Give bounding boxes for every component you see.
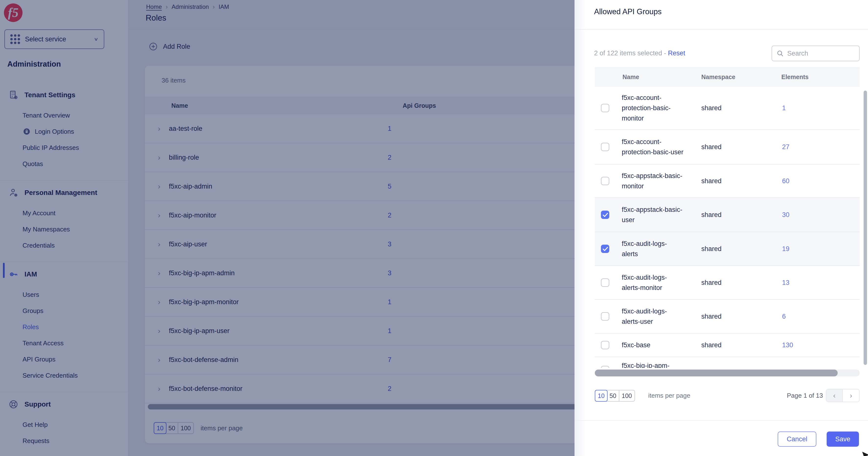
elements-count-link[interactable]: 13 (782, 279, 789, 286)
checkbox[interactable] (601, 245, 609, 253)
api-group-name: f5xc-audit-logs- alerts-monitor (622, 272, 698, 293)
allowed-api-groups-panel: Allowed API Groups 2 of 122 items select… (575, 0, 868, 456)
modal-dim-overlay[interactable] (0, 0, 575, 456)
horizontal-scrollbar-track[interactable] (595, 369, 860, 376)
checkbox[interactable] (601, 211, 609, 219)
elements-count-link[interactable]: 30 (782, 211, 789, 219)
items-per-page-group: 10 50 100 (595, 390, 635, 402)
api-group-row[interactable]: f5xc-appstack-basic- monitor shared 60 (595, 164, 860, 198)
previous-page-button[interactable]: ‹ (827, 389, 843, 402)
items-per-page-label: items per page (648, 392, 690, 399)
namespace: shared (701, 341, 722, 349)
elements-count-link[interactable]: 19 (782, 245, 789, 253)
api-group-row[interactable]: f5xc-audit-logs- alerts-monitor shared 1… (595, 266, 860, 300)
elements-count-link[interactable]: 60 (782, 177, 789, 185)
namespace: shared (701, 245, 722, 253)
api-group-row[interactable]: f5xc-appstack-basic- user shared 30 (595, 198, 860, 232)
checkbox[interactable] (601, 104, 609, 112)
panel-table-header: Name Namespace Elements (595, 67, 860, 87)
checkbox[interactable] (601, 341, 609, 349)
elements-count-link[interactable]: 130 (782, 341, 793, 349)
selection-summary: 2 of 122 items selected - Reset (594, 50, 685, 57)
namespace: shared (701, 143, 722, 151)
chevron-right-icon: › (850, 391, 852, 400)
api-group-name: f5xc-appstack-basic- monitor (622, 171, 698, 191)
panel-pagination: 10 50 100 items per page Page 1 of 13 ‹ … (595, 390, 860, 401)
reset-link[interactable]: Reset (668, 50, 685, 57)
elements-count-link[interactable]: 6 (782, 313, 786, 320)
page-indicator: Page 1 of 13 (787, 392, 823, 399)
namespace: shared (701, 279, 722, 286)
divider (575, 29, 868, 30)
panel-edge-shadow (575, 0, 586, 456)
items-per-page-100[interactable]: 100 (619, 390, 634, 401)
horizontal-scrollbar-thumb[interactable] (595, 369, 838, 376)
api-group-name: f5xc-big-ip-apm- admin (622, 361, 698, 368)
checkbox[interactable] (601, 366, 609, 368)
api-group-row[interactable]: f5xc-account- protection-basic- monitor … (595, 87, 860, 130)
vertical-scrollbar[interactable] (864, 91, 867, 365)
api-group-row[interactable]: f5xc-account- protection-basic-user shar… (595, 130, 860, 164)
panel-table-body: f5xc-account- protection-basic- monitor … (595, 87, 860, 368)
panel-title: Allowed API Groups (594, 7, 662, 16)
items-per-page-50[interactable]: 50 (607, 390, 619, 401)
api-group-name: f5xc-audit-logs- alerts (622, 239, 698, 259)
api-group-name: f5xc-account- protection-basic- monitor (622, 93, 698, 123)
search-input-wrapper (772, 45, 860, 61)
api-group-name: f5xc-appstack-basic- user (622, 205, 698, 225)
selection-summary-text: 2 of 122 items selected - (594, 50, 666, 57)
api-group-row[interactable]: f5xc-audit-logs- alerts-user shared 6 (595, 300, 860, 334)
divider (575, 420, 868, 421)
checkbox[interactable] (601, 143, 609, 151)
next-page-button[interactable]: › (843, 389, 859, 402)
column-header-namespace: Namespace (701, 73, 735, 81)
column-header-elements: Elements (781, 73, 808, 81)
api-group-name: f5xc-account- protection-basic-user (622, 136, 698, 157)
chevron-left-icon: ‹ (833, 391, 836, 400)
checkbox[interactable] (601, 278, 609, 287)
search-icon (776, 50, 784, 57)
checkbox[interactable] (601, 177, 609, 185)
items-per-page-10[interactable]: 10 (595, 390, 608, 402)
namespace: shared (701, 367, 722, 368)
namespace: shared (701, 313, 722, 320)
elements-count-link[interactable]: 27 (782, 143, 789, 151)
api-group-name: f5xc-base (622, 340, 698, 350)
namespace: shared (701, 104, 722, 112)
column-header-name: Name (622, 73, 639, 81)
elements-count-link[interactable]: 1 (782, 104, 786, 112)
cancel-button[interactable]: Cancel (778, 431, 816, 447)
api-group-row[interactable]: f5xc-big-ip-apm- admin shared 3 (595, 357, 860, 368)
api-group-row[interactable]: f5xc-audit-logs- alerts shared 19 (595, 232, 860, 266)
save-button[interactable]: Save (827, 431, 859, 447)
search-input[interactable] (787, 50, 855, 57)
api-group-name: f5xc-audit-logs- alerts-user (622, 306, 698, 327)
namespace: shared (701, 211, 722, 219)
page-nav-group: ‹ › (826, 389, 860, 402)
elements-count-link[interactable]: 3 (782, 367, 786, 368)
api-group-row[interactable]: f5xc-base shared 130 (595, 334, 860, 357)
checkbox[interactable] (601, 312, 609, 321)
namespace: shared (701, 177, 722, 185)
mouse-cursor (861, 451, 868, 456)
app-window: f5 Select service ∨ Administration Tenan… (0, 0, 868, 456)
